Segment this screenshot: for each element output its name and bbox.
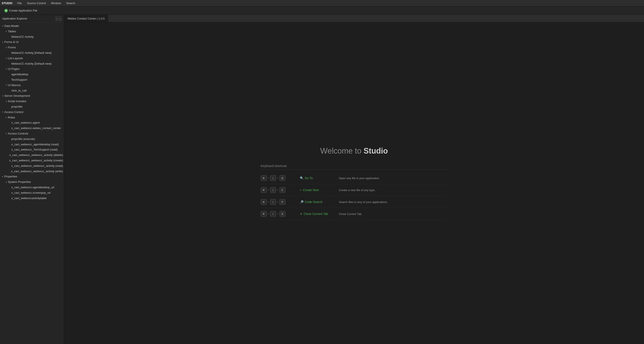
tree-item-ui-macros[interactable]: ▾ UI Macros bbox=[0, 83, 64, 88]
shortcut-row-1: ⌘+⇧+C+ Create NewCreate a new file of an… bbox=[261, 184, 448, 196]
welcome-plain: Welcome to bbox=[320, 146, 361, 155]
tree-item-webexcc-activity-default[interactable]: WebexCC Activity [Default view] bbox=[0, 50, 64, 56]
tree-item-ac-activity-delete[interactable]: x_caci_webexcc_webexcc_activity (delete) bbox=[0, 153, 64, 158]
tree-label: List Layouts bbox=[8, 56, 63, 61]
tree-item-x-caci-webex[interactable]: x_caci_webexcc.webex_contact_center bbox=[0, 126, 64, 131]
tree-item-access-controls[interactable]: ▾ Access Controls bbox=[0, 131, 64, 137]
tree-item-roles[interactable]: ▾ Roles bbox=[0, 115, 64, 120]
shortcut-keys-0: ⌘+⇧+O bbox=[261, 175, 296, 181]
tree-item-system-properties[interactable]: ▾ System Properties bbox=[0, 179, 64, 185]
key-0: ⌘ bbox=[261, 211, 267, 217]
tree-item-techsupport[interactable]: TechSupport bbox=[0, 77, 64, 83]
tree-item-ac-techsupport-read[interactable]: x_caci_webexcc_TechSupport (read) bbox=[0, 147, 64, 153]
tree-label: propUtils (execute) bbox=[11, 137, 63, 141]
tree-item-script-includes[interactable]: ▾ Script Includes bbox=[0, 99, 64, 104]
menu-search[interactable]: Search bbox=[64, 1, 77, 5]
tree-item-server-dev[interactable]: ▾ Server Development bbox=[0, 93, 64, 99]
shortcuts-section: Keyboard shortcuts ⌘+⇧+O🔍 Go ToOpen any … bbox=[261, 164, 448, 220]
tree-label: Data Model bbox=[4, 24, 63, 28]
tree-label: UI Pages bbox=[8, 67, 63, 71]
tree-label: x_caci_webexcc_webexcc_activity (read) bbox=[11, 164, 63, 168]
tree-caret: ▾ bbox=[4, 46, 8, 49]
tree-label: Access Controls bbox=[8, 132, 63, 136]
tree-item-forms-ui[interactable]: ▾ Forms & UI bbox=[0, 39, 64, 45]
tree-label: x_caci_webexcc_agentdesktop (read) bbox=[11, 142, 63, 147]
tree-item-access-control[interactable]: ▾ Access Control bbox=[0, 110, 64, 115]
shortcut-action-2[interactable]: 🔎 Code Search bbox=[300, 200, 334, 204]
tree-label: Forms & UI bbox=[4, 40, 63, 44]
menu-source-control[interactable]: Source Control bbox=[25, 1, 48, 5]
tree-item-screenpop-url[interactable]: x_caci_webexcc.screenpop_url bbox=[0, 190, 64, 196]
action-icon: ✕ bbox=[300, 212, 302, 216]
shortcut-keys-3: ⌘+⇧+X bbox=[261, 211, 296, 217]
shortcut-action-3[interactable]: ✕ Close Current Tab bbox=[300, 212, 334, 216]
action-icon: 🔎 bbox=[300, 200, 304, 204]
action-label: Code Search bbox=[305, 200, 323, 204]
tree-item-webexcc-activity[interactable]: WebexCC Activity bbox=[0, 34, 64, 40]
tree-item-proputils[interactable]: propUtils bbox=[0, 104, 64, 110]
tree-item-tables[interactable]: ▾ Tables bbox=[0, 29, 64, 34]
tree-item-ac-activity-write[interactable]: x_caci_webexcc_webexcc_activity (write) bbox=[0, 169, 64, 174]
tree-item-activity-table[interactable]: x_caci_webexccactivitytable bbox=[0, 196, 64, 201]
tab-webex-contact-center[interactable]: Webex Contact Center | 1.0.5 bbox=[64, 15, 108, 22]
studio-logo: STUDIO bbox=[2, 1, 12, 5]
tree-item-proputils-execute[interactable]: propUtils (execute) bbox=[0, 137, 64, 142]
tree-caret: ▾ bbox=[1, 94, 4, 98]
create-app-button[interactable]: + Create Application File bbox=[2, 8, 39, 13]
shortcut-keys-2: ⌘+⇧+F bbox=[261, 199, 296, 205]
tree-item-ac-activity-read[interactable]: x_caci_webexcc_webexcc_activity (read) bbox=[0, 163, 64, 169]
main-layout: Application Explorer [—] ▾ Data Model ▾ … bbox=[0, 15, 644, 344]
tree-label: UI Macros bbox=[8, 83, 63, 88]
shortcut-row-3: ⌘+⇧+X✕ Close Current TabClose Current Ta… bbox=[261, 208, 448, 220]
tree-item-list-layouts[interactable]: ▾ List Layouts bbox=[0, 56, 64, 61]
menu-window[interactable]: Window bbox=[49, 1, 63, 5]
key-2: ⇧ bbox=[270, 211, 276, 217]
action-icon: + bbox=[300, 188, 302, 192]
shortcut-action-0[interactable]: 🔍 Go To bbox=[300, 176, 334, 180]
tree-item-agentdesktop[interactable]: agentdesktop bbox=[0, 72, 64, 77]
tree-item-ui-pages[interactable]: ▾ UI Pages bbox=[0, 66, 64, 72]
welcome-page: Welcome to Studio Keyboard shortcuts ⌘+⇧… bbox=[64, 22, 644, 344]
shortcut-desc-2: Search files in any of your applications… bbox=[339, 200, 448, 204]
tree-label: x_caci_webexcc_webexcc_activity (delete) bbox=[9, 153, 63, 158]
tree-label: Server Development bbox=[4, 94, 63, 98]
tree-caret: ▾ bbox=[1, 110, 4, 114]
shortcut-row-0: ⌘+⇧+O🔍 Go ToOpen any file in your applic… bbox=[261, 172, 448, 184]
key-4: F bbox=[280, 199, 286, 205]
tree-item-click-to-call[interactable]: click_to_call bbox=[0, 88, 64, 93]
shortcut-desc-3: Close Current Tab bbox=[339, 212, 448, 216]
tree-label: Tables bbox=[8, 29, 63, 34]
key-separator: + bbox=[277, 212, 278, 215]
tree-item-ac-activity-create[interactable]: x_caci_webexcc_webexcc_activity (create) bbox=[0, 158, 64, 163]
key-2: ⇧ bbox=[270, 199, 276, 205]
tree-label: propUtils bbox=[11, 105, 63, 109]
menu-bar: STUDIO File Source Control Window Search bbox=[0, 0, 644, 6]
key-0: ⌘ bbox=[261, 175, 267, 181]
key-separator: + bbox=[268, 188, 269, 191]
tree-item-data-model[interactable]: ▾ Data Model bbox=[0, 23, 64, 29]
key-separator: + bbox=[268, 176, 269, 179]
sidebar-collapse-button[interactable]: [—] bbox=[56, 16, 62, 21]
tree-caret: ▾ bbox=[4, 57, 8, 60]
shortcut-desc-0: Open any file in your application. bbox=[339, 176, 448, 180]
action-label: Close Current Tab bbox=[304, 212, 328, 216]
tree-item-ac-agentdesktop-read[interactable]: x_caci_webexcc_agentdesktop (read) bbox=[0, 142, 64, 147]
key-4: O bbox=[280, 175, 286, 181]
tree-label: x_caci_webexcc.agentdesktop_url bbox=[11, 185, 63, 190]
tree-label: Script Includes bbox=[8, 99, 63, 104]
plus-icon: + bbox=[4, 9, 8, 12]
menu-file[interactable]: File bbox=[15, 1, 24, 5]
key-separator: + bbox=[268, 212, 269, 215]
tree-item-forms[interactable]: ▾ Forms bbox=[0, 45, 64, 50]
tree-caret: ▾ bbox=[4, 132, 8, 135]
sidebar-tree: ▾ Data Model ▾ Tables WebexCC Activity ▾… bbox=[0, 22, 64, 344]
tab-bar: Webex Contact Center | 1.0.5 bbox=[64, 15, 644, 22]
key-2: ⇧ bbox=[270, 187, 276, 193]
tree-item-properties[interactable]: ▾ Properties bbox=[0, 174, 64, 179]
tree-item-x-caci-agent[interactable]: x_caci_webexcc.agent bbox=[0, 120, 64, 126]
shortcut-keys-1: ⌘+⇧+C bbox=[261, 187, 296, 193]
tree-caret: ▾ bbox=[4, 84, 8, 87]
shortcut-action-1[interactable]: + Create New bbox=[300, 188, 334, 192]
tree-item-agentdesktop-url[interactable]: x_caci_webexcc.agentdesktop_url bbox=[0, 185, 64, 190]
tree-item-webexcc-activity-default2[interactable]: WebexCC Activity [Default view] bbox=[0, 61, 64, 67]
